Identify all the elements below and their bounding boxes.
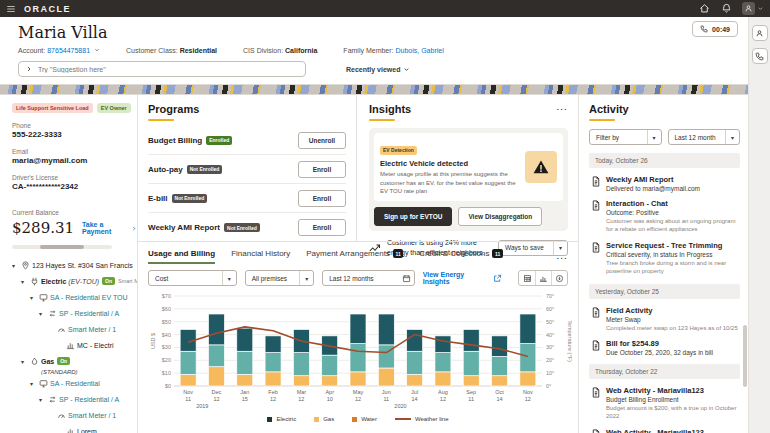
chevron-right-icon (25, 65, 33, 73)
home-icon[interactable] (698, 2, 711, 15)
tree-node[interactable]: ▾SP - Residential / A (12, 305, 137, 321)
tree-node-label: Electric (41, 278, 66, 285)
svg-text:Feb: Feb (268, 389, 277, 395)
legend-item[interactable]: Water (352, 416, 377, 422)
take-a-payment-label: Take a Payment (82, 221, 129, 235)
tree-node-label[interactable]: SA - Residential (50, 380, 100, 387)
activity-item[interactable]: Interaction - ChatOutcome: PositiveCusto… (589, 199, 740, 234)
search-input[interactable] (38, 66, 299, 73)
tree-node[interactable]: Smart Meter / 1 (12, 407, 137, 423)
user-avatar[interactable] (742, 2, 755, 15)
tree-node[interactable]: Lorem (12, 423, 137, 433)
export-icon[interactable] (551, 271, 567, 285)
activity-item[interactable]: Field ActivityMeter SwapCompleted meter … (589, 306, 740, 332)
program-label: Budget Billing (148, 136, 202, 145)
activity-item-title: Service Request - Tree Trimming (606, 241, 740, 250)
tree-node[interactable]: ▾123 Hayes St. #304 San Francis (12, 257, 137, 273)
tree-node-label[interactable]: Smart Meter / 1 (68, 326, 116, 333)
notifications-bell-icon[interactable] (720, 2, 733, 15)
activity-filter-value: Filter by (590, 134, 647, 141)
usage-chart[interactable]: $00°$1010°$2020°$3030°$4040°$5050°$6060°… (148, 290, 568, 422)
tree-node[interactable]: ▾Electric(EV-TOU)OnSmart Met (12, 273, 137, 289)
tree-node[interactable]: MC - Electri (12, 337, 137, 353)
bar-chart-view-icon[interactable] (535, 271, 551, 285)
expand-chevron-icon[interactable]: ▾ (30, 380, 39, 387)
recently-viewed-dropdown[interactable]: Recently viewed (346, 66, 410, 73)
legend-item[interactable]: Weather line (395, 416, 449, 422)
family-member-link[interactable]: Dubois, Gabriel (396, 47, 444, 54)
calendar-icon (400, 274, 414, 283)
accent-underline (589, 119, 615, 121)
insights-overflow-menu-icon[interactable]: ... (557, 103, 568, 112)
svg-text:30°: 30° (546, 344, 554, 350)
activity-item[interactable]: Service Request - Tree TrimmingCritical … (589, 241, 740, 276)
activity-scrollbar[interactable] (743, 325, 747, 387)
call-timer-button[interactable]: 00:49 (692, 21, 738, 37)
activity-item[interactable]: Weekly AMI ReportDelivered to maria@myma… (589, 175, 740, 192)
cost-dropdown-value: Cost (149, 275, 222, 282)
svg-text:$40: $40 (162, 332, 171, 338)
usage-overflow-menu-icon[interactable]: ... (557, 252, 568, 261)
premises-dropdown[interactable]: All premises ▾ (245, 270, 314, 286)
expand-chevron-icon[interactable]: ▾ (39, 396, 48, 403)
activity-item[interactable]: Bill for $254.89Due October 25, 2020, 32… (589, 339, 740, 356)
tab-usage-and-billing[interactable]: Usage and Billing (148, 249, 215, 264)
tree-node-label[interactable]: SP - Residential / A (59, 396, 119, 403)
tree-node[interactable]: Smart Meter / 1 (12, 321, 137, 337)
sidebar-horizontal-scrollbar[interactable] (12, 245, 112, 249)
account-number[interactable]: 87654475881 (47, 47, 90, 54)
tab-credit-collections[interactable]: Credit & Collections11 (419, 249, 503, 264)
timeline-strip[interactable] (0, 84, 748, 95)
search-box[interactable] (18, 61, 306, 77)
field-label: Driver's License (12, 174, 137, 181)
cost-dropdown[interactable]: Cost ▾ (148, 270, 237, 286)
tree-node-extra: Smart Met (118, 278, 137, 284)
svg-text:Jun: Jun (382, 389, 391, 395)
tab-financial-history[interactable]: Financial History (231, 249, 290, 264)
insight-card: EV Detection Electric Vehicle detected M… (369, 128, 568, 231)
contact-phone-icon[interactable] (752, 48, 768, 64)
sign-up-evtou-button[interactable]: Sign up for EVTOU (374, 207, 452, 226)
activity-item[interactable]: Web Activity - Mariavilla123Budget Billi… (589, 386, 740, 421)
tree-node[interactable]: ▾GasOn (12, 353, 137, 369)
view-disaggregation-button[interactable]: View Disaggregation (458, 207, 542, 226)
date-range-field[interactable]: Last 12 months (322, 270, 415, 286)
document-icon (591, 242, 601, 276)
avatar-chevron-down-icon[interactable] (757, 5, 764, 12)
tree-node[interactable]: ▾SP - Residential / A (12, 391, 137, 407)
expand-chevron-icon[interactable]: ▾ (12, 262, 21, 269)
tree-node[interactable]: ▾SA - Residential (12, 375, 137, 391)
contact-person-icon[interactable] (752, 25, 768, 41)
field-value: maria@mymail.com (12, 156, 137, 165)
unenroll-button[interactable]: Unenroll (298, 132, 346, 149)
tree-node-label[interactable]: SP - Residential / A (59, 310, 119, 317)
activity-range-dropdown[interactable]: Last 12 month ▾ (668, 129, 741, 145)
enroll-button[interactable]: Enroll (298, 161, 346, 178)
enroll-button[interactable]: Enroll (298, 190, 346, 207)
expand-chevron-icon[interactable]: ▾ (39, 310, 48, 317)
insights-panel: Insights ... EV Detection Electric Vehic… (357, 95, 578, 241)
svg-text:12: 12 (270, 396, 276, 402)
tree-node-label[interactable]: SA - Residential EV TOU (50, 294, 128, 301)
account-field[interactable]: Account: 87654475881 (18, 47, 100, 54)
expand-chevron-icon[interactable]: ▾ (30, 294, 39, 301)
insights-title: Insights (369, 103, 411, 115)
tab-label: Credit & Collections (419, 249, 489, 258)
expand-chevron-icon[interactable]: ▾ (21, 358, 30, 365)
tree-node-label[interactable]: Smart Meter / 1 (68, 412, 116, 419)
legend-item[interactable]: Electric (267, 416, 296, 422)
activity-filter-dropdown[interactable]: Filter by ▾ (589, 129, 662, 145)
table-view-icon[interactable] (519, 271, 535, 285)
hamburger-menu-icon[interactable] (6, 4, 18, 14)
expand-chevron-icon[interactable]: ▾ (21, 278, 30, 285)
account-chevron-down-icon[interactable] (94, 47, 100, 53)
enroll-button[interactable]: Enroll (298, 219, 346, 236)
view-energy-insights-link[interactable]: View Energy Insights (423, 271, 502, 285)
activity-item[interactable]: Web Activity - Mariavilla123Completed Ho… (589, 428, 740, 433)
legend-line-swatch (395, 418, 411, 420)
activity-range-value: Last 12 month (669, 134, 726, 141)
take-a-payment-link[interactable]: Take a Payment (82, 221, 137, 235)
tree-node[interactable]: ▾SA - Residential EV TOU (12, 289, 137, 305)
legend-item[interactable]: Gas (314, 416, 334, 422)
tab-payment-arrangements[interactable]: Payment Arrangements11 (306, 249, 403, 264)
